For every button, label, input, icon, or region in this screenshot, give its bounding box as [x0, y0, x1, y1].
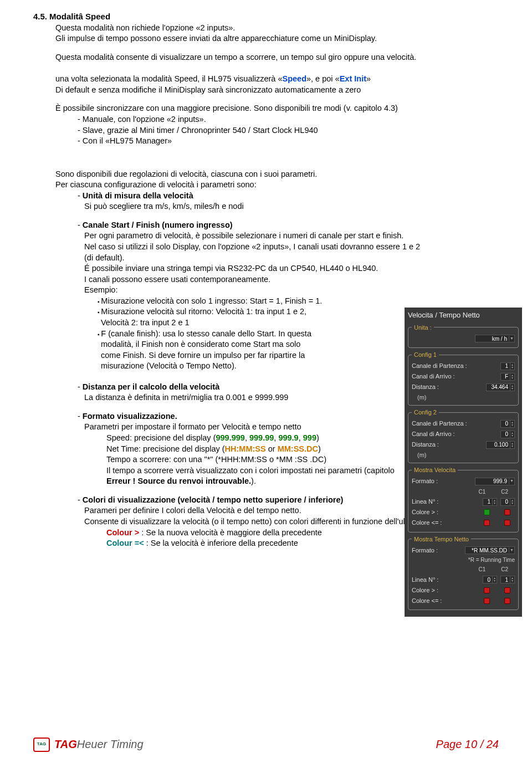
text: Gli impulse di tempo possono essere invi… — [55, 33, 499, 44]
net-gt-c2-color[interactable] — [504, 587, 510, 593]
config1-legend: Config 1 — [412, 350, 439, 360]
text: Net Time: precisione del display ( — [106, 444, 225, 453]
spinner-arrows-icon — [510, 363, 514, 370]
c2-arrivo-spinner[interactable]: 0 — [500, 431, 515, 438]
config2-legend: Config 2 — [412, 408, 439, 417]
text: É possibile inviare una stringa tempi vi… — [84, 263, 427, 274]
hl-extinit: Ext Init — [340, 74, 366, 83]
param-title: Unità di misura della velocità — [83, 191, 193, 200]
chevron-down-icon: ▼ — [509, 478, 514, 484]
vel-gt-c2-color[interactable] — [504, 509, 510, 515]
panel-title: Velocita / Tempo Netto — [408, 310, 519, 321]
params-intro: Sono disponibili due regolazioni di velo… — [55, 169, 427, 212]
spinner-arrows-icon — [510, 499, 514, 505]
hl-speed: Speed — [282, 74, 306, 83]
vel-le-c2-color[interactable] — [504, 520, 510, 526]
net-formato-dropdown[interactable]: *R MM.SS.DD▼ — [465, 546, 515, 554]
vel-gt-c1-color[interactable] — [484, 509, 490, 515]
running-time-note: *R = Running Time — [412, 556, 515, 564]
col-header: C1 — [478, 565, 485, 573]
param-title: Formato visualizzazione. — [83, 412, 177, 421]
unita-group: Unita : km / h▼ — [408, 323, 519, 349]
text: Esempio: — [84, 285, 427, 296]
c2-partenza-spinner[interactable]: 0 — [500, 420, 515, 428]
sync-block: È possibile sincronizzare con una maggio… — [55, 103, 499, 146]
label: Distanza : — [412, 382, 486, 392]
list-item: Con il «HL975 Manager» — [78, 136, 499, 147]
net-linea-c1[interactable]: 0 — [483, 576, 497, 583]
v99999: 999.99 — [249, 433, 274, 442]
unita-legend: Unita : — [412, 323, 434, 332]
spinner-arrows-icon — [510, 431, 514, 438]
vel-linea-c2[interactable]: 0 — [500, 498, 515, 506]
net-le-c2-color[interactable] — [504, 598, 510, 604]
c1-distanza-spinner[interactable]: 34.464 — [486, 383, 515, 391]
label: Canal di Arrivo : — [412, 429, 500, 439]
text: » — [366, 74, 371, 83]
text: I canali possono essere usati contempora… — [84, 274, 427, 285]
col-header: C1 — [478, 488, 485, 496]
text: Si può scegliere tra m/s, km/s, miles/h … — [84, 201, 427, 212]
footer-tag: TAG — [54, 738, 77, 750]
col-header: C2 — [501, 565, 508, 573]
section-header: 4.5. Modalitâ Speed — [33, 11, 499, 23]
intro-block: Questa modalità non richiede l'opzione «… — [55, 23, 499, 44]
spinner-arrows-icon — [510, 576, 514, 583]
param-channel: Canale Start / Finish (numero ingresso) … — [78, 220, 427, 372]
mmssdc: MM:SS.DC — [278, 444, 318, 453]
param-unit: Unità di misura della velocità Si può sc… — [78, 191, 427, 212]
mostra-vel-legend: Mostra Velocita — [412, 465, 458, 475]
v9999: 999.9 — [278, 433, 298, 442]
label: Distanza : — [412, 440, 486, 449]
mostra-netto-group: Mostra Tempo Netto Formato :*R MM.SS.DD▼… — [408, 535, 519, 611]
text: Per ciascuna configurazione di velocità … — [55, 180, 427, 191]
param-title: Colori di visualizzazione (velocità / te… — [83, 495, 344, 504]
text: una volta selezionata la modalità Speed,… — [55, 74, 282, 83]
page-number: Page 10 / 24 — [436, 737, 499, 752]
label: Colore > : — [412, 586, 484, 595]
text: Velocità 2: tra input 2 e 1 — [101, 318, 427, 329]
section-number: 4.5. — [33, 12, 47, 21]
unit-m: (m) — [412, 450, 515, 460]
list-item: Misurazione velocità sul ritorno: Veloci… — [98, 306, 427, 328]
list-item: Slave, grazie al Mini timer / Chronoprin… — [78, 125, 499, 136]
label: Formato : — [412, 546, 465, 555]
param-list: Unità di misura della velocità Si può sc… — [78, 191, 427, 212]
param-title: Distanza per il calcolo della velocità — [83, 382, 219, 391]
spinner-arrows-icon — [510, 373, 514, 380]
net-le-c1-color[interactable] — [484, 598, 490, 604]
formato-dropdown[interactable]: 999.9▼ — [475, 478, 515, 485]
list-item: F (canale finish): usa lo stesso canale … — [98, 329, 427, 372]
vel-le-c1-color[interactable] — [484, 520, 490, 526]
text: Nel caso si utilizzi il solo Display, co… — [84, 242, 427, 263]
unita-dropdown[interactable]: km / h▼ — [475, 335, 515, 342]
spinner-arrows-icon — [510, 442, 514, 448]
list-item: Manuale, con l'opzione «2 inputs». — [78, 114, 499, 125]
v999999: 999.999 — [216, 433, 244, 442]
net-linea-c2[interactable]: 1 — [500, 576, 515, 583]
footer-heuer: Heuer Timing — [77, 738, 144, 750]
c1-arrivo-spinner[interactable]: F — [500, 373, 515, 381]
list-item: Misurazione velocità con solo 1 ingresso… — [98, 296, 427, 307]
param-channel-block: Canale Start / Finish (numero ingresso) … — [55, 220, 427, 372]
label: Linea N° : — [412, 575, 483, 585]
c2-distanza-spinner[interactable]: 0.100 — [486, 441, 515, 449]
label: Formato : — [412, 477, 475, 486]
chevron-down-icon: ▼ — [509, 336, 514, 342]
text: Speed: precisione del display ( — [106, 433, 216, 442]
text: Di default e senza modifiche il MiniDisp… — [55, 85, 499, 96]
text: Per ogni parametro di velocità, è possib… — [84, 231, 427, 242]
unit-m: (m) — [412, 393, 515, 402]
label: Canale di Partenza : — [412, 419, 500, 428]
text: Questa modalità consente di visualizzare… — [55, 52, 499, 63]
settings-panel: Velocita / Tempo Netto Unita : km / h▼ C… — [405, 308, 522, 617]
text: modalità, il Finish non è considerato co… — [101, 339, 427, 350]
c1-partenza-spinner[interactable]: 1 — [500, 362, 515, 370]
net-gt-c1-color[interactable] — [484, 587, 490, 593]
label: Colore > : — [412, 508, 484, 517]
vel-linea-c1[interactable]: 1 — [483, 498, 497, 506]
param-distance: Distanza per il calcolo della velocità L… — [78, 382, 427, 403]
config1-group: Config 1 Canale di Partenza :1 Canal di … — [408, 350, 519, 406]
param-distance-block: Distanza per il calcolo della velocità L… — [55, 382, 427, 403]
spinner-arrows-icon — [492, 499, 497, 505]
